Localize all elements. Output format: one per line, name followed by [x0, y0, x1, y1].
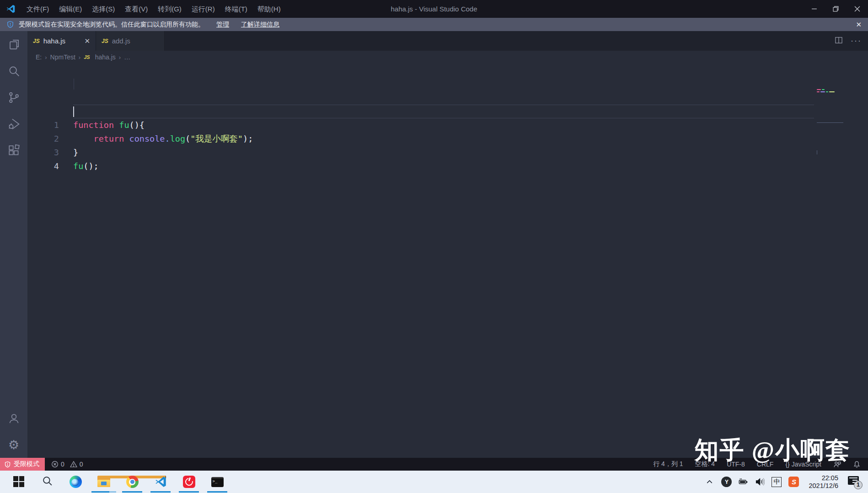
- minimap-row: [817, 91, 844, 92]
- minimap-row: [817, 89, 844, 90]
- menu-item-4[interactable]: 转到(G): [153, 0, 187, 18]
- restricted-mode-badge[interactable]: 受限模式: [0, 458, 45, 471]
- token: log: [170, 134, 185, 143]
- code-editor[interactable]: 1function fu(){2 return console.log("我是小…: [27, 64, 868, 458]
- taskbar-clock[interactable]: 22:05 2021/12/6: [809, 474, 838, 490]
- main-area: ⚙ JShaha.js✕JSadd.js ··· E:›NpmTest›JSha…: [0, 31, 868, 458]
- running-indicator: [179, 491, 199, 493]
- taskbar-start-icon[interactable]: [5, 471, 33, 493]
- restricted-mode-label: 受限模式: [14, 460, 39, 468]
- action-center-icon[interactable]: 1: [848, 476, 862, 488]
- minimap[interactable]: [817, 62, 844, 182]
- extensions-icon[interactable]: [0, 137, 27, 164]
- running-indicator: [207, 491, 227, 493]
- notification-badge: 1: [854, 481, 863, 489]
- taskbar-vscode-icon[interactable]: [146, 471, 175, 493]
- breadcrumb-separator-icon: ›: [45, 54, 47, 61]
- minimize-icon[interactable]: [804, 0, 825, 18]
- menu-item-7[interactable]: 帮助(H): [252, 0, 286, 18]
- tab-add.js[interactable]: JSadd.js: [96, 31, 165, 51]
- menu-item-5[interactable]: 运行(R): [187, 0, 220, 18]
- run-debug-icon[interactable]: [0, 111, 27, 137]
- bell-icon[interactable]: [853, 461, 861, 468]
- taskbar-edge-icon[interactable]: [61, 471, 90, 493]
- settings-gear-icon[interactable]: ⚙: [0, 431, 27, 458]
- token: function: [73, 120, 114, 130]
- taskbar-terminal-icon[interactable]: [203, 471, 231, 493]
- problems-indicator[interactable]: 0 0: [51, 461, 86, 468]
- minimap-segment: [829, 91, 835, 92]
- restore-icon[interactable]: [825, 0, 847, 18]
- breadcrumb-separator-icon: ›: [119, 54, 121, 61]
- token: .: [165, 134, 170, 143]
- manage-link[interactable]: 管理: [216, 21, 229, 29]
- taskbar-netease-music-icon[interactable]: [175, 471, 203, 493]
- menu-item-2[interactable]: 选择(S): [87, 0, 120, 18]
- tray-battery-icon[interactable]: [739, 477, 748, 487]
- code-line-1: 1function fu(){: [27, 118, 868, 132]
- accounts-icon[interactable]: [0, 405, 27, 431]
- taskbar-file-explorer-icon[interactable]: [90, 471, 118, 493]
- tabs: JShaha.js✕JSadd.js: [27, 31, 165, 51]
- tray-chevron-up-icon[interactable]: [705, 477, 714, 487]
- tray-sogou-icon[interactable]: S: [788, 477, 799, 487]
- windows-taskbar: Y 中 S 22:05 2021/12/6 1: [0, 471, 868, 493]
- menu-bar: 文件(F)编辑(E)选择(S)查看(V)转到(G)运行(R)终端(T)帮助(H): [21, 0, 286, 18]
- line-text: return console.log("我是小啊套");: [73, 132, 253, 146]
- code-line-2: 2 return console.log("我是小啊套");: [27, 132, 868, 146]
- split-editor-icon[interactable]: [834, 36, 843, 46]
- menu-item-3[interactable]: 查看(V): [120, 0, 153, 18]
- token: fu: [73, 161, 83, 171]
- close-window-icon[interactable]: [847, 0, 868, 18]
- breadcrumb-item-2[interactable]: ›JShaha.js: [79, 53, 116, 61]
- tab-bar: JShaha.js✕JSadd.js ···: [27, 31, 868, 51]
- taskbar-chrome-icon[interactable]: [118, 471, 146, 493]
- more-actions-icon[interactable]: ···: [851, 36, 862, 46]
- menu-item-6[interactable]: 终端(T): [220, 0, 252, 18]
- tray-volume-icon[interactable]: [755, 477, 765, 487]
- minimap-segment: [826, 91, 828, 92]
- editor-actions: ···: [834, 31, 868, 51]
- warnings-count: 0: [80, 461, 83, 468]
- search-sidebar-icon[interactable]: [0, 58, 27, 84]
- code-line-4: 4fu();: [27, 159, 868, 173]
- breadcrumb-label: …: [124, 53, 130, 61]
- js-file-icon: JS: [84, 54, 90, 60]
- running-indicator: [122, 491, 142, 493]
- window-controls: [804, 0, 868, 18]
- code-line-3: 3}: [27, 146, 868, 159]
- shield-icon: [6, 21, 14, 28]
- banner-close-icon[interactable]: ✕: [856, 21, 862, 29]
- tab-haha.js[interactable]: JShaha.js✕: [27, 31, 96, 51]
- explorer-icon[interactable]: [0, 31, 27, 58]
- tray-ime-icon[interactable]: 中: [772, 477, 782, 487]
- breadcrumb-item-3[interactable]: ›…: [119, 53, 130, 61]
- breadcrumb-label: NpmTest: [50, 53, 75, 61]
- code-lines: 1function fu(){2 return console.log("我是小…: [27, 118, 868, 173]
- source-control-icon[interactable]: [0, 84, 27, 111]
- breadcrumb-item-1[interactable]: ›NpmTest: [45, 53, 75, 61]
- tab-label: haha.js: [43, 37, 65, 45]
- text-cursor: [73, 106, 74, 117]
- taskbar-search-icon[interactable]: [33, 471, 61, 493]
- status-item-0[interactable]: 行 4，列 1: [653, 460, 683, 468]
- line-number: 1: [27, 118, 73, 132]
- clock-date: 2021/12/6: [809, 482, 838, 490]
- activity-bar: ⚙: [0, 31, 27, 458]
- token: "我是小啊套": [190, 134, 243, 143]
- tray-security-icon[interactable]: Y: [721, 477, 732, 487]
- line-text: }: [73, 146, 78, 159]
- close-tab-icon[interactable]: ✕: [74, 37, 90, 45]
- restricted-mode-banner: 受限模式旨在实现安全地浏览代码。信任此窗口以启用所有功能。 管理 了解详细信息 …: [0, 18, 868, 31]
- line-number: 2: [27, 132, 73, 146]
- breadcrumb[interactable]: E:›NpmTest›JShaha.js›…: [27, 51, 868, 64]
- token: fu: [119, 120, 129, 130]
- menu-item-0[interactable]: 文件(F): [21, 0, 54, 18]
- errors-icon: [51, 461, 59, 468]
- learn-more-link[interactable]: 了解详细信息: [241, 21, 279, 29]
- line-text: function fu(){: [73, 118, 145, 132]
- menu-item-1[interactable]: 编辑(E): [54, 0, 87, 18]
- breadcrumb-label: haha.js: [95, 53, 116, 61]
- banner-message: 受限模式旨在实现安全地浏览代码。信任此窗口以启用所有功能。: [19, 21, 204, 29]
- breadcrumb-item-0[interactable]: E:: [36, 53, 42, 61]
